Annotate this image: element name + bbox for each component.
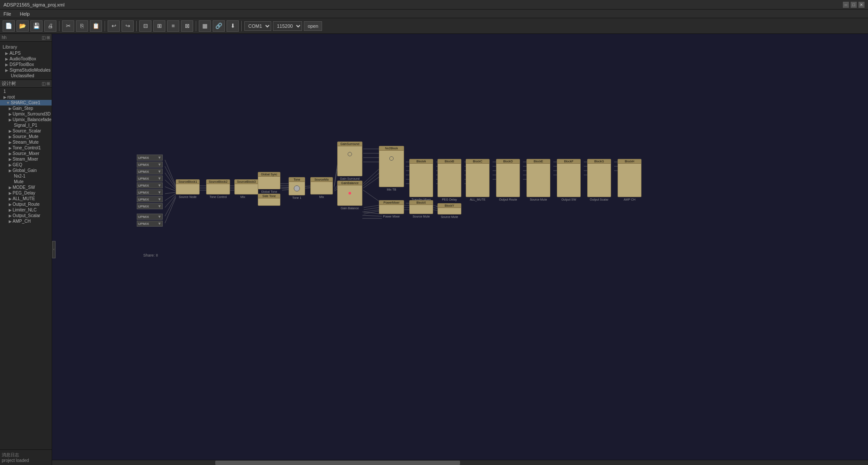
block-a-title: BlockA <box>410 159 433 164</box>
dt-item-global-gain[interactable]: ▶ Global_Gain <box>0 168 52 173</box>
dt-item-nx2-1[interactable]: Nx2-1 <box>0 173 52 179</box>
source-mix-block[interactable]: SourceMix <box>310 177 333 195</box>
align-center-button[interactable]: ⊞ <box>153 20 165 32</box>
align-right-button[interactable]: ≡ <box>167 20 179 32</box>
undo-button[interactable]: ↩ <box>108 20 120 32</box>
side-tone-block[interactable]: Side Tone <box>258 194 280 206</box>
block-y[interactable]: BlockY <box>437 203 461 214</box>
print-button[interactable]: 🖨 <box>44 20 56 32</box>
block-g[interactable]: BlockG <box>587 159 611 197</box>
dt-item-all-mute[interactable]: ▶ ALL_MUTE <box>0 196 52 201</box>
library-item-dsptoolbox[interactable]: ▶ DSPToolBox <box>0 62 52 67</box>
open-button[interactable]: 📂 <box>16 20 29 32</box>
library-item-alps[interactable]: ▶ ALPS <box>0 50 52 56</box>
menu-help[interactable]: Help <box>18 11 32 16</box>
upmix-box-8[interactable]: UPMIX▼ <box>137 214 163 220</box>
upmix-box-1[interactable]: UPMIX▼ <box>137 162 163 168</box>
source-block-3[interactable]: SourceBlock3 <box>234 179 258 195</box>
new-button[interactable]: 📄 <box>3 20 15 32</box>
svg-line-87 <box>433 210 437 211</box>
dt-item-upmix-balancefade[interactable]: ▶ Upmix_Balancefade <box>0 117 52 122</box>
distribute-button[interactable]: ⊠ <box>181 20 193 32</box>
dt-item-source-mute[interactable]: ▶ Source_Mute <box>0 134 52 139</box>
maximize-button[interactable]: □ <box>851 2 857 8</box>
design-expand-icon[interactable]: ⊞ <box>46 81 50 86</box>
dt-item-amp-ch[interactable]: ▶ AMP_CH <box>0 218 52 224</box>
block-d[interactable]: BlockD <box>496 159 520 197</box>
upmix-box-3[interactable]: UPMIX▼ <box>137 175 163 181</box>
tone1-block[interactable]: Tone <box>289 177 305 195</box>
upmix-box-5[interactable]: UPMIX▼ <box>137 189 163 195</box>
block-h[interactable]: BlockH <box>618 159 641 197</box>
redo-button[interactable]: ↪ <box>122 20 134 32</box>
dt-item-limiter-nlc[interactable]: ▶ Limiter_NLC <box>0 207 52 213</box>
svg-line-3 <box>165 180 176 190</box>
minimize-button[interactable]: ─ <box>843 2 849 8</box>
dt-item-source-scalar[interactable]: ▶ Source_Scalar <box>0 128 52 134</box>
dt-item-upmix-surround3d[interactable]: ▶ Upmix_Surround3D <box>0 111 52 117</box>
upmix-box-4[interactable]: UPMIX▼ <box>137 182 163 188</box>
svg-line-8 <box>165 196 176 216</box>
dt-item-output-scalar[interactable]: ▶ Output_Scalar <box>0 213 52 218</box>
collapse-icon[interactable]: ◫ <box>42 35 46 40</box>
upmix-box-0[interactable]: UPMIX▼ <box>137 155 163 161</box>
global-sync-block[interactable]: Global Sync <box>258 172 280 189</box>
dt-item-output-route[interactable]: ▶ Output_Route <box>0 201 52 207</box>
window-title: ADSP21565_sigma_proj.xml <box>3 2 843 7</box>
design-collapse-icon[interactable]: ◫ <box>42 81 46 86</box>
source-block-2[interactable]: SourceBlock2 <box>206 179 230 195</box>
dt-item-peg-delay[interactable]: ▶ PEG_Delay <box>0 190 52 196</box>
gain-balance-block[interactable]: GainBalance <box>337 181 362 206</box>
menu-file[interactable]: File <box>2 11 13 16</box>
canvas-area[interactable]: UPMIX▼ UPMIX▼ UPMIX▼ UPMIX▼ UPMIX▼ UPMIX… <box>52 34 868 465</box>
horizontal-scrollbar[interactable] <box>52 460 868 465</box>
source-block-1[interactable]: SourceBlock1 <box>176 179 200 195</box>
design-panel-label: 设计树 <box>2 80 16 87</box>
dt-item-steam-mixer[interactable]: ▶ Steam_Mixer <box>0 156 52 162</box>
port-select[interactable]: COM1 <box>244 21 271 31</box>
library-item-audiotoolbox[interactable]: ▶ AudioToolBox <box>0 56 52 62</box>
upmix-box-2[interactable]: UPMIX▼ <box>137 168 163 175</box>
block-c[interactable]: BlockC <box>466 159 490 197</box>
dt-item-source-mixer[interactable]: ▶ Source_Mixer <box>0 151 52 156</box>
dt-item-geq[interactable]: ▶ GEQ <box>0 162 52 168</box>
power-mixer-block[interactable]: PowerMixer <box>379 200 404 214</box>
block-b[interactable]: BlockB <box>437 159 461 197</box>
close-button[interactable]: ✕ <box>858 2 865 8</box>
block-x[interactable]: BlockX <box>409 200 433 214</box>
dt-item-signal-ip1[interactable]: Signal_I_P1 <box>0 122 52 128</box>
dt-item-stream-mute[interactable]: ▶ Stream_Mute <box>0 139 52 145</box>
align-left-button[interactable]: ⊟ <box>139 20 151 32</box>
block-e[interactable]: BlockE <box>526 159 550 197</box>
library-item-sigmastudio[interactable]: ▶ SigmaStudioModules <box>0 67 52 73</box>
upmix-box-6[interactable]: UPMIX▼ <box>137 196 163 202</box>
dt-item-mode-sw[interactable]: ▶ MODE_SW <box>0 185 52 190</box>
block-f[interactable]: BlockF <box>557 159 581 197</box>
baudrate-select[interactable]: 115200 <box>273 21 302 31</box>
expand-icon[interactable]: ⊞ <box>46 35 50 40</box>
copy-button[interactable]: ⎘ <box>76 20 88 32</box>
alps-arrow: ▶ <box>5 51 8 56</box>
library-item-unclassified[interactable]: Unclassified <box>0 73 52 79</box>
select-all-button[interactable]: ▦ <box>199 20 211 32</box>
dt-item-gain-step[interactable]: ▶ Gain_Step <box>0 106 52 111</box>
dt-item-mute[interactable]: Mute <box>0 179 52 185</box>
nx2-block[interactable]: Nx2Block <box>379 146 404 187</box>
link-button[interactable]: 🔗 <box>213 20 225 32</box>
dt-label-source-mute: Source_Mute <box>13 134 38 139</box>
upmix-box-9[interactable]: UPMIX▼ <box>137 221 163 227</box>
dt-item-1[interactable]: 1 <box>0 89 52 94</box>
left-panel-collapse-handle[interactable]: ‹ <box>52 241 56 258</box>
block-a[interactable]: BlockA <box>409 159 433 197</box>
open-connection-button[interactable]: open <box>304 21 322 31</box>
paste-button[interactable]: 📋 <box>90 20 102 32</box>
dt-item-root[interactable]: ▶ root <box>0 94 52 100</box>
save-button[interactable]: 💾 <box>30 20 43 32</box>
download-button[interactable]: ⬇ <box>227 20 239 32</box>
dt-item-tone-control1[interactable]: ▶ Tone_Control1 <box>0 145 52 151</box>
upmix-box-7[interactable]: UPMIX▼ <box>137 203 163 209</box>
dt-item-sharc-core1[interactable]: ▼ SHARC_Core1 <box>0 100 52 106</box>
cut-button[interactable]: ✂ <box>62 20 74 32</box>
gain-surround-block[interactable]: GainSurround <box>337 142 362 176</box>
h-scroll-thumb[interactable] <box>215 461 460 465</box>
